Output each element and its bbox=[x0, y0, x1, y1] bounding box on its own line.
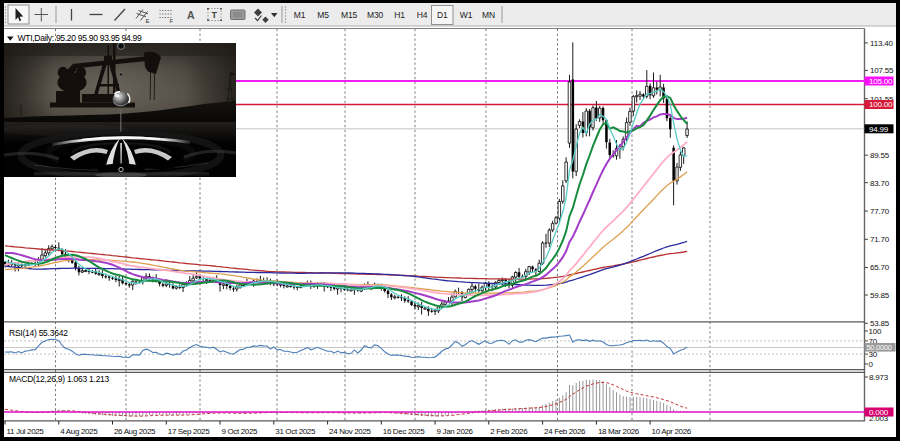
svg-text:A: A bbox=[187, 9, 195, 21]
svg-text:MACD(12,26,9) 1.063 1.213: MACD(12,26,9) 1.063 1.213 bbox=[9, 374, 110, 384]
svg-text:T: T bbox=[212, 10, 218, 20]
svg-text:MN: MN bbox=[482, 10, 495, 20]
svg-text:9 Oct 2025: 9 Oct 2025 bbox=[222, 427, 259, 436]
svg-text:4 Aug 2025: 4 Aug 2025 bbox=[60, 427, 98, 436]
svg-text:E: E bbox=[146, 18, 150, 24]
svg-text:100: 100 bbox=[869, 327, 882, 336]
svg-text:26 Aug 2025: 26 Aug 2025 bbox=[114, 427, 156, 436]
svg-text:50.0000: 50.0000 bbox=[867, 343, 892, 352]
svg-text:RSI(14) 55.3642: RSI(14) 55.3642 bbox=[9, 328, 68, 338]
svg-text:16 Dec 2025: 16 Dec 2025 bbox=[383, 427, 425, 436]
svg-text:8.973: 8.973 bbox=[869, 373, 889, 382]
svg-text:83.70: 83.70 bbox=[870, 179, 890, 188]
svg-text:77.70: 77.70 bbox=[870, 207, 890, 216]
svg-text:2 Feb 2026: 2 Feb 2026 bbox=[490, 427, 528, 436]
svg-text:WTI,Daily: 95.20 95.90 93.95 9: WTI,Daily: 95.20 95.90 93.95 94.99 bbox=[18, 33, 143, 43]
svg-text:9 Jan 2026: 9 Jan 2026 bbox=[437, 427, 474, 436]
svg-text:10 Apr 2026: 10 Apr 2026 bbox=[652, 427, 692, 436]
svg-text:M1: M1 bbox=[294, 10, 306, 20]
svg-text:M30: M30 bbox=[367, 10, 383, 20]
svg-text:31 Oct 2025: 31 Oct 2025 bbox=[275, 427, 316, 436]
svg-text:89.55: 89.55 bbox=[870, 151, 890, 160]
svg-text:F: F bbox=[170, 18, 174, 24]
svg-text:24 Nov 2025: 24 Nov 2025 bbox=[329, 427, 371, 436]
svg-text:M15: M15 bbox=[341, 10, 357, 20]
svg-text:94.99: 94.99 bbox=[869, 125, 889, 134]
svg-text:113.40: 113.40 bbox=[870, 39, 893, 48]
svg-text:D1: D1 bbox=[437, 10, 448, 20]
svg-text:H4: H4 bbox=[417, 10, 428, 20]
svg-text:W1: W1 bbox=[460, 10, 473, 20]
svg-text:H1: H1 bbox=[394, 10, 405, 20]
svg-text:105.00: 105.00 bbox=[869, 77, 893, 86]
svg-text:107.55: 107.55 bbox=[870, 66, 894, 75]
svg-text:100.00: 100.00 bbox=[869, 100, 893, 109]
svg-text:71.70: 71.70 bbox=[870, 235, 890, 244]
svg-text:18 Mar 2026: 18 Mar 2026 bbox=[598, 427, 640, 436]
svg-text:0.000: 0.000 bbox=[869, 408, 889, 417]
svg-text:17 Sep 2025: 17 Sep 2025 bbox=[168, 427, 210, 436]
svg-text:24 Feb 2026: 24 Feb 2026 bbox=[544, 427, 586, 436]
svg-text:M5: M5 bbox=[317, 10, 329, 20]
svg-text:11 Jul 2025: 11 Jul 2025 bbox=[7, 427, 45, 436]
svg-text:59.85: 59.85 bbox=[870, 291, 890, 300]
svg-text:65.70: 65.70 bbox=[870, 263, 890, 272]
